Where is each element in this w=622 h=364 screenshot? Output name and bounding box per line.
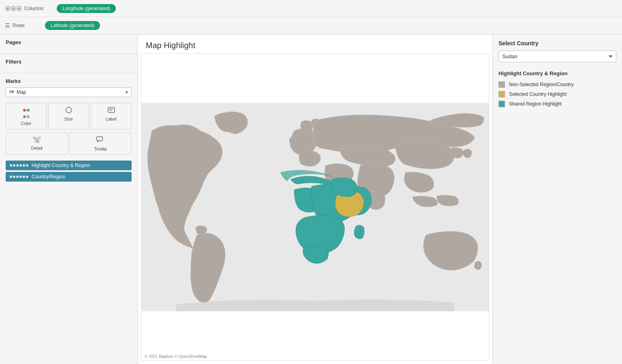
pill-dots-1 bbox=[10, 164, 28, 167]
main-body: Pages Filters Marks 🗺 Map ▾ bbox=[0, 34, 622, 364]
legend-title: Highlight Country & Region bbox=[498, 70, 616, 76]
label-label: Label bbox=[106, 116, 117, 121]
highlight-country-region-pill[interactable]: Highlight Country & Region bbox=[6, 161, 132, 170]
legend-swatch-gray bbox=[498, 81, 505, 88]
svg-point-4 bbox=[33, 137, 35, 139]
size-label: Size bbox=[64, 116, 73, 121]
marks-section: Marks 🗺 Map ▾ bbox=[0, 73, 137, 364]
size-icon bbox=[65, 106, 73, 115]
left-panel: Pages Filters Marks 🗺 Map ▾ bbox=[0, 34, 138, 364]
label-icon bbox=[108, 106, 115, 115]
legend-swatch-teal bbox=[498, 101, 505, 107]
marks-title: Marks bbox=[6, 78, 132, 84]
pages-section: Pages bbox=[0, 34, 137, 54]
detail-label: Detail bbox=[31, 146, 43, 150]
select-country-title: Select Country bbox=[498, 40, 616, 47]
map-container[interactable]: © 2021 Mapbox © OpenStreetMap bbox=[141, 53, 489, 361]
map-attribution: © 2021 Mapbox © OpenStreetMap bbox=[145, 354, 207, 359]
marks-type-dropdown[interactable]: 🗺 Map ▾ bbox=[6, 87, 132, 97]
pages-title: Pages bbox=[6, 39, 132, 45]
shelf-area: ⦿⦿⦿ Columns Longitude (generated) ☰ Rows… bbox=[0, 0, 622, 34]
pill-dots-2 bbox=[10, 176, 28, 178]
svg-rect-9 bbox=[97, 137, 102, 141]
svg-point-6 bbox=[38, 137, 40, 139]
tooltip-button[interactable]: Tooltip bbox=[70, 133, 132, 155]
size-button[interactable]: Size bbox=[48, 103, 89, 129]
color-label: Color bbox=[21, 121, 31, 126]
color-icon bbox=[23, 106, 30, 119]
legend-label-nonselected: Non-Selected Region/Country bbox=[509, 82, 573, 87]
columns-shelf: ⦿⦿⦿ Columns Longitude (generated) bbox=[0, 0, 622, 17]
tooltip-label: Tooltip bbox=[94, 146, 107, 151]
country-select-dropdown[interactable]: Sudan Egypt Kenya Nigeria bbox=[498, 51, 616, 62]
detail-icon bbox=[33, 136, 41, 144]
columns-label: Columns bbox=[24, 6, 57, 11]
country-region-pill[interactable]: Country/Region bbox=[6, 172, 132, 182]
legend-item-nonselected: Non-Selected Region/Country bbox=[498, 81, 616, 88]
svg-point-0 bbox=[66, 107, 72, 113]
right-panel: Select Country Sudan Egypt Kenya Nigeria… bbox=[492, 34, 622, 364]
svg-rect-1 bbox=[108, 108, 115, 112]
marks-type-label: Map bbox=[17, 89, 26, 95]
filters-section: Filters bbox=[0, 54, 137, 73]
dropdown-chevron-icon: ▾ bbox=[126, 89, 128, 95]
country-region-pill-label: Country/Region bbox=[32, 174, 65, 180]
svg-point-7 bbox=[34, 141, 36, 143]
map-type-icon: 🗺 bbox=[9, 89, 14, 95]
marks-buttons-grid: Color Size bbox=[6, 103, 132, 129]
legend-label-shared: Shared Region Highlight bbox=[509, 101, 562, 107]
rows-label: Rows bbox=[13, 23, 45, 28]
svg-point-5 bbox=[36, 139, 38, 141]
columns-pill[interactable]: Longitude (generated) bbox=[57, 4, 116, 13]
detail-button[interactable]: Detail bbox=[6, 133, 68, 155]
legend-item-selected: Selected Country Highlight bbox=[498, 91, 616, 97]
legend-swatch-yellow bbox=[498, 91, 505, 97]
legend-item-shared: Shared Region Highlight bbox=[498, 101, 616, 107]
filters-title: Filters bbox=[6, 59, 132, 65]
rows-shelf: ☰ Rows Latitude (generated) bbox=[0, 17, 622, 34]
label-button[interactable]: Label bbox=[91, 103, 132, 129]
columns-icon: ⦿⦿⦿ bbox=[5, 5, 22, 12]
rows-pill[interactable]: Latitude (generated) bbox=[45, 21, 100, 30]
center-area: Map Highlight bbox=[138, 34, 492, 364]
legend-label-selected: Selected Country Highlight bbox=[509, 91, 567, 97]
map-title: Map Highlight bbox=[138, 34, 492, 53]
world-map-svg bbox=[141, 54, 489, 360]
svg-point-8 bbox=[37, 141, 39, 143]
highlight-pill-label: Highlight Country & Region bbox=[32, 163, 90, 168]
rows-icon: ☰ bbox=[5, 22, 10, 29]
tooltip-icon bbox=[96, 136, 104, 145]
color-button[interactable]: Color bbox=[6, 103, 47, 129]
marks-buttons-grid-2: Detail Tooltip bbox=[6, 133, 132, 155]
